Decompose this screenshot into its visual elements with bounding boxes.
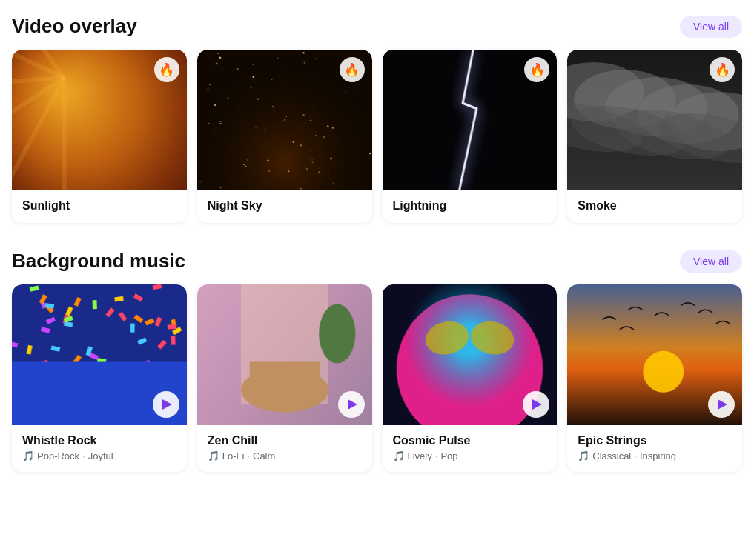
video-card-thumbnail-lightning: 🔥: [383, 50, 558, 190]
music-card-meta-zen-chill: 🎵 Lo-Fi · Calm: [208, 450, 362, 461]
music-card-info-epic-strings: Epic Strings🎵 Classical · Inspiring: [567, 425, 742, 472]
music-mood: Calm: [253, 450, 275, 461]
music-note-icon: 🎵: [578, 450, 589, 461]
meta-dot: ·: [435, 450, 438, 461]
play-icon-cosmic-pulse: [532, 399, 542, 410]
video-card-thumbnail-night-sky: 🔥: [197, 50, 372, 190]
music-card-title-cosmic-pulse: Cosmic Pulse: [393, 434, 547, 447]
music-mood: Pop: [440, 450, 457, 461]
video-card-thumbnail-sunlight: 🔥: [12, 50, 187, 190]
video-overlay-header: Video overlay View all: [12, 15, 742, 38]
music-card-info-zen-chill: Zen Chill🎵 Lo-Fi · Calm: [197, 425, 372, 472]
video-card-night-sky[interactable]: 🔥Night Sky: [197, 50, 372, 223]
play-button-cosmic-pulse[interactable]: [523, 391, 549, 418]
music-card-meta-epic-strings: 🎵 Classical · Inspiring: [578, 450, 732, 461]
video-card-badge-night-sky: 🔥: [340, 57, 365, 82]
play-icon-zen-chill: [348, 399, 357, 410]
music-card-info-whistle-rock: Whistle Rock🎵 Pop-Rock · Joyful: [12, 425, 187, 472]
background-music-section: Background music View all Whistle Rock🎵 …: [12, 250, 742, 472]
music-view-all[interactable]: View all: [680, 250, 742, 273]
video-card-badge-sunlight: 🔥: [154, 57, 179, 82]
play-button-epic-strings[interactable]: [708, 391, 735, 418]
video-overlay-grid: 🔥Sunlight🔥Night Sky🔥Lightning🔥Smoke: [12, 50, 742, 223]
play-icon-epic-strings: [718, 399, 727, 410]
music-card-meta-cosmic-pulse: 🎵 Lively · Pop: [393, 450, 547, 461]
video-card-label-smoke: Smoke: [567, 190, 742, 223]
video-card-badge-lightning: 🔥: [524, 57, 549, 82]
background-music-header: Background music View all: [12, 250, 742, 273]
music-genre: Lo-Fi: [222, 450, 245, 461]
music-card-meta-whistle-rock: 🎵 Pop-Rock · Joyful: [22, 450, 176, 461]
play-button-whistle-rock[interactable]: [153, 391, 179, 418]
video-card-label-lightning: Lightning: [383, 190, 558, 223]
music-mood: Inspiring: [640, 450, 676, 461]
music-card-title-whistle-rock: Whistle Rock: [22, 434, 176, 447]
meta-dot: ·: [634, 450, 637, 461]
music-genre: Lively: [408, 450, 432, 461]
music-card-whistle-rock[interactable]: Whistle Rock🎵 Pop-Rock · Joyful: [12, 284, 187, 472]
music-card-title-epic-strings: Epic Strings: [578, 434, 732, 447]
music-note-icon: 🎵: [208, 450, 219, 461]
play-icon-whistle-rock: [162, 399, 172, 410]
background-music-grid: Whistle Rock🎵 Pop-Rock · JoyfulZen Chill…: [12, 284, 742, 472]
music-card-zen-chill[interactable]: Zen Chill🎵 Lo-Fi · Calm: [197, 284, 372, 472]
video-overlay-section: Video overlay View all 🔥Sunlight🔥Night S…: [12, 15, 742, 223]
video-card-lightning[interactable]: 🔥Lightning: [383, 50, 558, 223]
music-card-cosmic-pulse[interactable]: Cosmic Pulse🎵 Lively · Pop: [383, 284, 558, 472]
video-card-sunlight[interactable]: 🔥Sunlight: [12, 50, 187, 223]
video-card-label-night-sky: Night Sky: [197, 190, 372, 223]
music-card-title-zen-chill: Zen Chill: [208, 434, 362, 447]
music-card-thumbnail-epic-strings: [567, 284, 742, 425]
music-note-icon: 🎵: [393, 450, 405, 461]
video-overlay-view-all[interactable]: View all: [680, 16, 742, 38]
background-music-title: Background music: [12, 250, 185, 273]
music-note-icon: 🎵: [22, 450, 34, 461]
music-card-thumbnail-zen-chill: [197, 284, 372, 425]
music-mood: Joyful: [88, 450, 113, 461]
video-overlay-title: Video overlay: [12, 15, 137, 38]
meta-dot: ·: [247, 450, 250, 461]
video-card-badge-smoke: 🔥: [710, 57, 735, 82]
video-card-smoke[interactable]: 🔥Smoke: [567, 50, 742, 223]
video-card-label-sunlight: Sunlight: [12, 190, 187, 223]
meta-dot: ·: [82, 450, 85, 461]
music-card-thumbnail-cosmic-pulse: [383, 284, 558, 425]
music-card-info-cosmic-pulse: Cosmic Pulse🎵 Lively · Pop: [383, 425, 558, 472]
play-button-zen-chill[interactable]: [338, 391, 365, 418]
music-genre: Classical: [592, 450, 631, 461]
music-card-epic-strings[interactable]: Epic Strings🎵 Classical · Inspiring: [567, 284, 742, 472]
music-genre: Pop-Rock: [37, 450, 79, 461]
music-card-thumbnail-whistle-rock: [12, 284, 187, 425]
video-card-thumbnail-smoke: 🔥: [567, 50, 742, 190]
